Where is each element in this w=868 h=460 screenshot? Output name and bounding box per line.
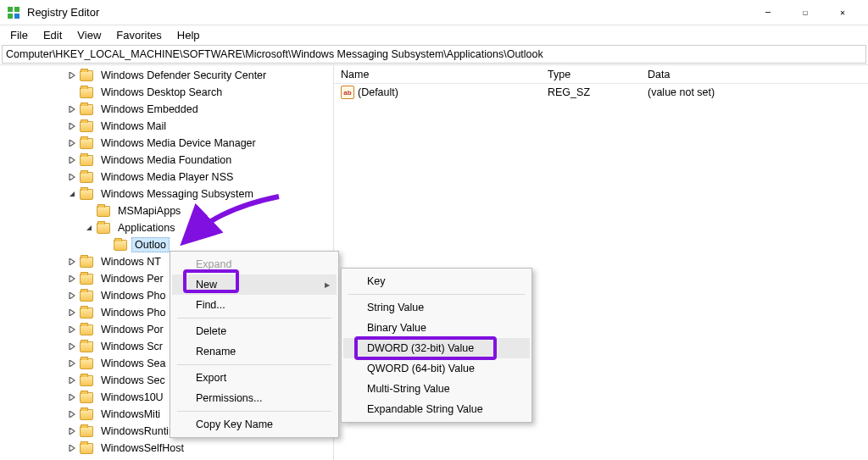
chevron-right-icon[interactable] bbox=[66, 273, 78, 285]
tree-item-label[interactable]: Windows Pho bbox=[97, 305, 169, 320]
chevron-right-icon[interactable] bbox=[66, 341, 78, 352]
chevron-down-icon[interactable] bbox=[66, 188, 78, 200]
menu-help[interactable]: Help bbox=[170, 27, 207, 43]
folder-icon bbox=[80, 375, 93, 386]
menu-separator bbox=[348, 294, 525, 295]
context-menu-key-item[interactable]: Permissions... bbox=[172, 388, 337, 408]
chevron-right-icon[interactable] bbox=[66, 137, 78, 149]
menubar: File Edit View Favorites Help bbox=[0, 25, 868, 44]
value-type: REG_SZ bbox=[541, 86, 641, 98]
chevron-right-icon[interactable] bbox=[66, 69, 78, 81]
context-menu-new-item[interactable]: QWORD (64-bit) Value bbox=[343, 358, 530, 379]
tree-item-label[interactable]: Windows Por bbox=[97, 322, 167, 337]
tree-item-label[interactable]: Applications bbox=[114, 220, 178, 236]
chevron-down-icon[interactable] bbox=[83, 222, 95, 234]
context-menu-new-item[interactable]: Expandable String Value bbox=[343, 399, 530, 419]
tree-item-label[interactable]: WindowsMiti bbox=[97, 407, 164, 422]
chevron-right-icon[interactable] bbox=[66, 154, 78, 166]
tree-item-label[interactable]: Windows Scr bbox=[97, 339, 166, 354]
chevron-right-icon[interactable] bbox=[66, 374, 78, 386]
tree-item-label[interactable]: Windows Mail bbox=[97, 119, 170, 134]
tree-item-label[interactable]: Windows Sea bbox=[97, 356, 169, 371]
string-value-icon: ab bbox=[341, 86, 354, 99]
expander-blank bbox=[66, 86, 78, 98]
menu-edit[interactable]: Edit bbox=[36, 27, 69, 43]
tree-item-label[interactable]: WindowsSelfHost bbox=[97, 441, 187, 456]
tree-item-label[interactable]: Windows Desktop Search bbox=[97, 85, 225, 100]
col-header-data[interactable]: Data bbox=[641, 67, 868, 82]
tree-item[interactable]: Windows Messaging Subsystem bbox=[0, 186, 333, 202]
chevron-right-icon[interactable] bbox=[66, 120, 78, 132]
tree-item[interactable]: Windows Defender Security Center bbox=[0, 67, 333, 84]
chevron-right-icon[interactable] bbox=[66, 290, 78, 302]
tree-item[interactable]: Windows Media Foundation bbox=[0, 152, 333, 169]
tree-item[interactable]: Windows Desktop Search bbox=[0, 84, 333, 101]
tree-item-label[interactable]: Windows10U bbox=[97, 390, 167, 405]
chevron-right-icon[interactable] bbox=[66, 425, 78, 437]
menu-favorites[interactable]: Favorites bbox=[109, 27, 168, 43]
context-menu-key-item[interactable]: Find... bbox=[172, 295, 337, 315]
folder-icon bbox=[80, 121, 93, 132]
tree-item[interactable]: Windows Mail bbox=[0, 118, 333, 135]
chevron-right-icon[interactable] bbox=[66, 171, 78, 183]
context-menu-key-item[interactable]: Rename bbox=[172, 341, 337, 362]
chevron-right-icon[interactable] bbox=[66, 307, 78, 319]
folder-icon bbox=[80, 189, 93, 200]
maximize-button[interactable]: ☐ bbox=[787, 0, 824, 25]
menu-separator bbox=[177, 411, 331, 412]
context-menu-new-item[interactable]: Binary Value bbox=[343, 318, 530, 338]
tree-item-label[interactable]: Windows Media Player NSS bbox=[97, 169, 236, 185]
tree-item[interactable]: Applications bbox=[0, 219, 333, 236]
menu-item-label: Multi-String Value bbox=[367, 383, 450, 395]
context-menu-key-item[interactable]: Export bbox=[172, 368, 337, 388]
context-menu-key-item[interactable]: Copy Key Name bbox=[172, 414, 337, 435]
context-menu-new-item[interactable]: DWORD (32-bit) Value bbox=[343, 338, 530, 358]
chevron-right-icon: ▶ bbox=[325, 281, 330, 289]
folder-icon bbox=[80, 341, 93, 352]
context-menu-key-item[interactable]: New▶ bbox=[172, 274, 337, 295]
menu-item-label: Find... bbox=[196, 299, 225, 311]
minimize-button[interactable]: ─ bbox=[749, 0, 787, 25]
tree-item-label[interactable]: Windows Messaging Subsystem bbox=[97, 186, 257, 202]
list-row[interactable]: ab(Default)REG_SZ(value not set) bbox=[334, 84, 868, 101]
tree-item-label[interactable]: Windows Embedded bbox=[97, 102, 202, 117]
chevron-right-icon[interactable] bbox=[66, 324, 78, 335]
col-header-type[interactable]: Type bbox=[541, 67, 641, 82]
tree-item-label[interactable]: Windows Per bbox=[97, 271, 167, 286]
menu-item-label: New bbox=[196, 279, 217, 291]
close-button[interactable]: ✕ bbox=[824, 0, 861, 25]
context-menu-new-item[interactable]: Multi-String Value bbox=[343, 379, 530, 399]
chevron-right-icon[interactable] bbox=[66, 391, 78, 403]
tree-item[interactable]: MSMapiApps bbox=[0, 202, 333, 219]
menu-view[interactable]: View bbox=[70, 27, 108, 43]
menu-item-label: Copy Key Name bbox=[196, 418, 273, 430]
chevron-right-icon[interactable] bbox=[66, 103, 78, 115]
tree-item-label[interactable]: Windows Sec bbox=[97, 373, 169, 388]
tree-item[interactable]: Windows Embedded bbox=[0, 101, 333, 118]
folder-icon bbox=[80, 324, 93, 335]
tree-item-label[interactable]: MSMapiApps bbox=[114, 203, 184, 219]
address-bar[interactable]: Computer\HKEY_LOCAL_MACHINE\SOFTWARE\Mic… bbox=[2, 45, 866, 64]
context-menu-new-item[interactable]: String Value bbox=[343, 297, 530, 318]
context-menu-new-item[interactable]: Key bbox=[343, 271, 530, 291]
tree-item-label[interactable]: Outloo bbox=[131, 237, 170, 252]
value-data: (value not set) bbox=[641, 86, 868, 98]
tree-item[interactable]: WindowsSelfHost bbox=[0, 440, 333, 457]
chevron-right-icon[interactable] bbox=[66, 408, 78, 420]
expander-blank bbox=[83, 205, 95, 217]
folder-icon bbox=[80, 358, 93, 369]
chevron-right-icon[interactable] bbox=[66, 442, 78, 454]
context-menu-key-item[interactable]: Delete bbox=[172, 321, 337, 341]
tree-item-label[interactable]: Windows NT bbox=[97, 254, 164, 269]
tree-item-label[interactable]: Windows Pho bbox=[97, 288, 169, 303]
tree-item-label[interactable]: Windows Media Foundation bbox=[97, 152, 235, 168]
tree-item[interactable]: Windows Media Device Manager bbox=[0, 135, 333, 152]
tree-item-label[interactable]: Windows Media Device Manager bbox=[97, 136, 259, 151]
tree-item-label[interactable]: Windows Defender Security Center bbox=[97, 68, 270, 83]
chevron-right-icon[interactable] bbox=[66, 357, 78, 369]
menu-item-label: Key bbox=[367, 275, 386, 287]
col-header-name[interactable]: Name bbox=[334, 67, 541, 82]
tree-item[interactable]: Windows Media Player NSS bbox=[0, 169, 333, 186]
menu-file[interactable]: File bbox=[3, 27, 35, 43]
chevron-right-icon[interactable] bbox=[66, 256, 78, 268]
